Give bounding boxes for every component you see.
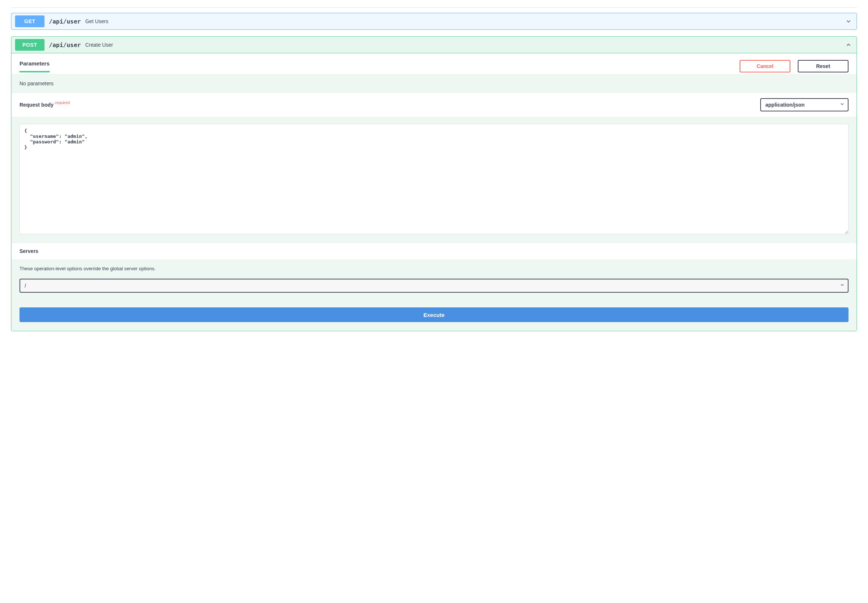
servers-body: These operation-level options override t… xyxy=(11,259,857,303)
endpoint-header-get-user[interactable]: GET /api/user Get Users xyxy=(11,13,857,29)
execute-button[interactable]: Execute xyxy=(20,308,848,322)
request-body-label: Request body xyxy=(20,102,54,108)
method-badge-get: GET xyxy=(15,15,45,27)
server-select-wrap: / xyxy=(20,279,848,293)
content-type-select-wrap: application/json xyxy=(760,98,848,111)
request-body-textarea[interactable] xyxy=(20,124,848,234)
request-body-editor-wrap xyxy=(11,116,857,243)
execute-wrap: Execute xyxy=(11,303,857,331)
required-tag: required xyxy=(55,100,70,105)
servers-title: Servers xyxy=(11,243,857,259)
method-badge-post: POST xyxy=(15,39,45,51)
endpoint-get-user: GET /api/user Get Users xyxy=(11,13,857,30)
chevron-up-icon[interactable] xyxy=(844,40,853,49)
cancel-button[interactable]: Cancel xyxy=(740,60,791,73)
server-select[interactable]: / xyxy=(20,279,848,293)
endpoint-header-post-user[interactable]: POST /api/user Create User xyxy=(11,37,857,53)
endpoint-path: /api/user xyxy=(49,42,81,48)
reset-button[interactable]: Reset xyxy=(798,60,848,73)
endpoint-path: /api/user xyxy=(49,18,81,25)
endpoint-summary: Create User xyxy=(85,42,113,48)
tab-parameters[interactable]: Parameters xyxy=(20,60,50,73)
endpoint-summary: Get Users xyxy=(85,19,108,24)
endpoint-post-user: POST /api/user Create User Parameters Ca… xyxy=(11,36,857,331)
servers-note: These operation-level options override t… xyxy=(20,266,848,271)
no-parameters-text: No parameters xyxy=(11,74,857,93)
top-divider xyxy=(11,7,857,8)
parameters-bar: Parameters Cancel Reset xyxy=(11,53,857,74)
request-body-bar: Request body required application/json xyxy=(11,93,857,116)
chevron-down-icon[interactable] xyxy=(844,17,853,26)
action-buttons: Cancel Reset xyxy=(740,60,848,73)
content-type-select[interactable]: application/json xyxy=(760,98,848,111)
endpoint-body: Parameters Cancel Reset No parameters Re… xyxy=(11,53,857,331)
